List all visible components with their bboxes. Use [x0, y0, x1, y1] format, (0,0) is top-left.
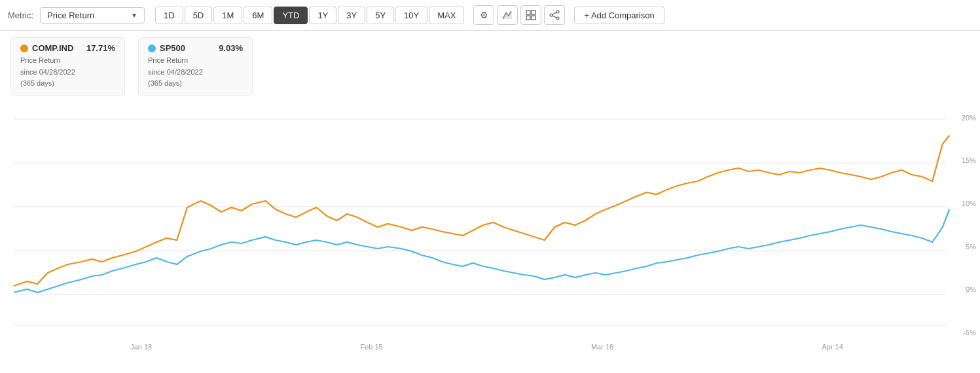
legend-pct-sp500: 9.03% [219, 43, 243, 53]
svg-line-8 [553, 12, 556, 14]
chevron-down-icon: ▼ [131, 12, 137, 19]
x-axis-labels: Jan 18 Feb 15 Mar 16 Apr 14 [0, 342, 980, 351]
y-label-neg5: -5% [951, 329, 976, 336]
legend-ticker-sp500: SP500 [160, 43, 185, 53]
legend-area: COMP.IND17.71%Price Returnsince 04/28/20… [0, 31, 980, 99]
svg-rect-2 [532, 10, 535, 14]
legend-item-sp500: SP5009.03%Price Returnsince 04/28/2022(3… [138, 37, 253, 96]
comp-ind-line [14, 135, 949, 286]
time-btn-3y[interactable]: 3Y [338, 7, 365, 24]
x-label-apr: Apr 14 [822, 343, 843, 351]
metric-select-value: Price Return [47, 10, 94, 20]
time-btn-10y[interactable]: 10Y [395, 7, 427, 24]
svg-line-9 [553, 16, 556, 18]
time-btn-max[interactable]: MAX [429, 7, 464, 24]
metric-label: Metric: [8, 10, 33, 20]
time-buttons: 1D5D1M6MYTD1Y3Y5Y10YMAX [155, 7, 464, 24]
legend-dot-sp500 [148, 44, 156, 52]
svg-rect-3 [526, 16, 530, 20]
time-btn-1m[interactable]: 1M [213, 7, 242, 24]
price-chart [0, 99, 980, 342]
svg-rect-1 [526, 10, 530, 14]
time-btn-ytd[interactable]: YTD [274, 7, 308, 24]
time-btn-5y[interactable]: 5Y [367, 7, 394, 24]
x-label-jan: Jan 18 [130, 343, 152, 351]
time-btn-1y[interactable]: 1Y [309, 7, 336, 24]
legend-pct-comp.ind: 17.71% [86, 43, 115, 53]
y-label-0: 0% [951, 285, 976, 293]
y-axis-labels: 20% 15% 10% 5% 0% -5% [949, 99, 979, 342]
legend-ticker-comp.ind: COMP.IND [32, 43, 73, 53]
y-label-20: 20% [951, 114, 976, 122]
svg-point-7 [556, 17, 559, 20]
legend-item-comp.ind: COMP.IND17.71%Price Returnsince 04/28/20… [10, 37, 125, 96]
metric-select[interactable]: Price Return ▼ [40, 7, 145, 24]
legend-sub-sp500: Price Returnsince 04/28/2022(365 days) [148, 55, 243, 90]
chart-area: 20% 15% 10% 5% 0% -5% [0, 99, 980, 342]
legend-sub-comp.ind: Price Returnsince 04/28/2022(365 days) [20, 55, 115, 90]
icon-buttons: ⚙ [473, 5, 565, 25]
svg-point-6 [550, 14, 553, 16]
table-view-icon-btn[interactable] [520, 5, 541, 25]
x-label-mar: Mar 16 [591, 343, 613, 351]
settings-icon-btn[interactable]: ⚙ [473, 5, 494, 25]
y-label-15: 15% [951, 156, 976, 164]
y-label-5: 5% [951, 243, 976, 251]
y-label-10: 10% [951, 200, 976, 207]
share-icon-btn[interactable] [544, 5, 565, 25]
legend-dot-comp.ind [20, 44, 28, 52]
add-comparison-button[interactable]: + Add Comparison [574, 7, 664, 24]
time-btn-5d[interactable]: 5D [185, 7, 213, 24]
time-btn-6m[interactable]: 6M [244, 7, 272, 24]
time-btn-1d[interactable]: 1D [155, 7, 183, 24]
x-label-feb: Feb 15 [360, 343, 382, 351]
toolbar: Metric: Price Return ▼ 1D5D1M6MYTD1Y3Y5Y… [0, 0, 980, 31]
svg-rect-4 [532, 16, 535, 20]
svg-point-5 [556, 10, 559, 13]
mountain-chart-icon-btn[interactable] [497, 5, 518, 25]
